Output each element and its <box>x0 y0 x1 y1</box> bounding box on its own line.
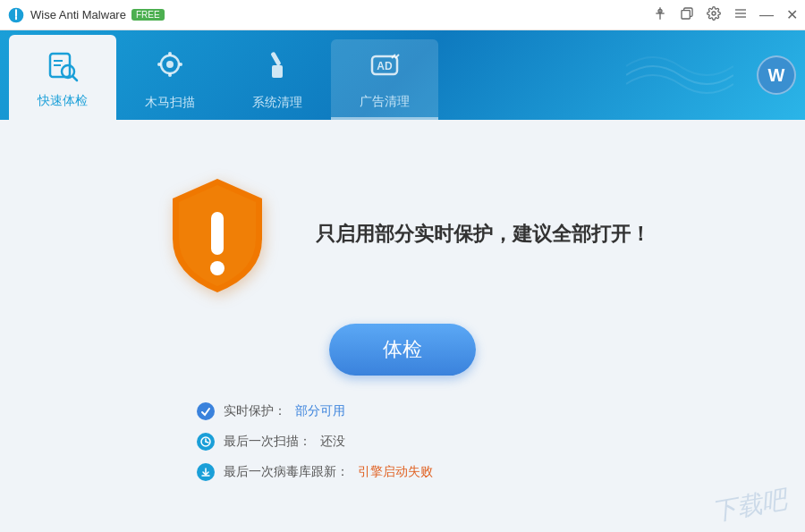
app-name: Wise Anti Malware <box>30 8 126 21</box>
svg-text:AD: AD <box>377 60 393 72</box>
title-left: Wise Anti Malware FREE <box>7 6 165 24</box>
title-bar: Wise Anti Malware FREE <box>0 0 805 30</box>
svg-rect-19 <box>270 52 281 66</box>
svg-line-24 <box>395 55 399 58</box>
svg-point-16 <box>168 73 172 77</box>
free-badge: FREE <box>131 9 165 21</box>
last-update-label: 最后一次病毒库跟新： <box>224 464 349 480</box>
svg-rect-3 <box>682 11 690 19</box>
svg-point-18 <box>179 63 182 66</box>
last-update-value[interactable]: 引擎启动失败 <box>358 464 433 480</box>
settings-icon[interactable] <box>707 6 721 23</box>
minimize-button[interactable]: — <box>760 9 773 21</box>
tab-ad-clean-label: 广告清理 <box>360 94 410 110</box>
tab-trojan-scan-label: 木马扫描 <box>145 95 195 111</box>
status-last-update: 最后一次病毒库跟新： 引擎启动失败 <box>197 463 433 481</box>
realtime-icon <box>197 402 215 420</box>
restore-icon[interactable] <box>680 6 694 23</box>
last-scan-value: 还没 <box>320 434 345 450</box>
user-avatar[interactable]: W <box>757 55 796 95</box>
tab-ad-clean[interactable]: AD 广告清理 <box>331 39 438 120</box>
trojan-scan-icon <box>152 48 188 91</box>
svg-rect-20 <box>272 65 283 78</box>
app-logo <box>7 6 25 24</box>
shield-warning-icon <box>155 172 280 297</box>
svg-line-29 <box>206 442 208 443</box>
realtime-label: 实时保护： <box>224 403 286 419</box>
last-scan-icon <box>197 433 215 451</box>
warning-section: 只启用部分实时保护，建议全部打开！ <box>155 172 650 297</box>
main-content: 只启用部分实时保护，建议全部打开！ 体检 实时保护： 部分可用 <box>0 120 805 532</box>
title-controls: — ✕ <box>653 6 798 23</box>
pin-icon[interactable] <box>653 6 667 23</box>
nav-decoration <box>626 48 733 102</box>
tab-system-clean-label: 系统清理 <box>252 95 302 111</box>
menu-icon[interactable] <box>733 6 748 23</box>
svg-rect-25 <box>211 212 224 255</box>
warning-text: 只启用部分实时保护，建议全部打开！ <box>316 221 650 248</box>
svg-line-10 <box>72 76 77 80</box>
svg-point-14 <box>166 61 174 68</box>
tab-quick-scan-label: 快速体检 <box>38 93 88 109</box>
tab-system-clean[interactable]: 系统清理 <box>224 39 331 120</box>
svg-point-15 <box>168 52 172 55</box>
last-update-icon <box>197 463 215 481</box>
nav-bar: 快速体检 木马扫描 系统清理 <box>0 30 805 120</box>
ad-clean-icon: AD <box>367 47 402 90</box>
realtime-value[interactable]: 部分可用 <box>295 403 345 419</box>
status-last-scan: 最后一次扫描： 还没 <box>197 433 433 451</box>
scan-button[interactable]: 体检 <box>329 324 476 376</box>
close-button[interactable]: ✕ <box>785 9 798 21</box>
watermark: 下载吧 <box>709 483 789 529</box>
svg-point-26 <box>210 261 225 275</box>
svg-point-17 <box>157 63 161 66</box>
status-list: 实时保护： 部分可用 最后一次扫描： 还没 <box>197 402 433 481</box>
status-realtime: 实时保护： 部分可用 <box>197 402 433 420</box>
system-clean-icon <box>259 48 295 91</box>
tab-trojan-scan[interactable]: 木马扫描 <box>116 39 224 120</box>
svg-point-4 <box>712 12 716 15</box>
tab-quick-scan[interactable]: 快速体检 <box>9 35 116 120</box>
quick-scan-icon <box>45 46 80 89</box>
last-scan-label: 最后一次扫描： <box>224 434 311 450</box>
